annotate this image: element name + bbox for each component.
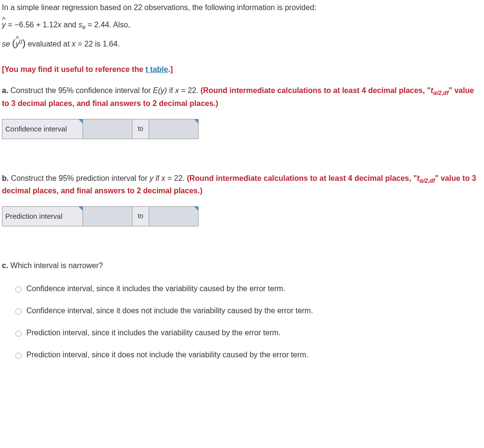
ci-lower-input[interactable] — [83, 119, 132, 139]
option-4-label: Prediction interval, since it does not i… — [26, 349, 308, 361]
corner-marker-icon — [78, 119, 83, 124]
corner-marker-icon — [78, 206, 83, 211]
pi-lower-input[interactable] — [83, 206, 132, 226]
equation-line-2: se (y0) evaluated at x = 22 is 1.64. — [2, 35, 482, 50]
ci-upper-input[interactable] — [149, 119, 199, 139]
radio-option-2[interactable] — [15, 308, 22, 315]
radio-option-1[interactable] — [15, 286, 22, 293]
intro-text: In a simple linear regression based on 2… — [2, 2, 482, 13]
option-3-label: Prediction interval, since it includes t… — [26, 327, 281, 339]
equation-line-1: y = −6.56 + 1.12x and se = 2.44. Also, — [2, 19, 482, 32]
option-2-label: Confidence interval, since it does not i… — [26, 305, 313, 317]
radio-option-4[interactable] — [15, 353, 22, 359]
radio-option-3[interactable] — [15, 330, 22, 337]
options-group: Confidence interval, since it includes t… — [15, 283, 482, 361]
corner-marker-icon — [194, 119, 199, 124]
confidence-interval-table: Confidence interval to — [2, 119, 199, 139]
ci-label-cell: Confidence interval — [2, 119, 83, 139]
prediction-interval-table: Prediction interval to — [2, 206, 199, 226]
part-b: b. Construct the 95% prediction interval… — [2, 173, 482, 197]
to-label: to — [132, 119, 149, 139]
pi-upper-input[interactable] — [149, 206, 199, 226]
to-label: to — [132, 206, 149, 226]
corner-marker-icon — [194, 206, 199, 211]
t-table-link[interactable]: t table — [145, 65, 168, 73]
part-a: a. Construct the 95% confidence interval… — [2, 85, 482, 109]
part-c: c. Which interval is narrower? — [2, 260, 482, 271]
reference-note: [You may find it useful to reference the… — [2, 64, 482, 75]
pi-label-cell: Prediction interval — [2, 206, 83, 226]
option-1-label: Confidence interval, since it includes t… — [26, 283, 285, 295]
